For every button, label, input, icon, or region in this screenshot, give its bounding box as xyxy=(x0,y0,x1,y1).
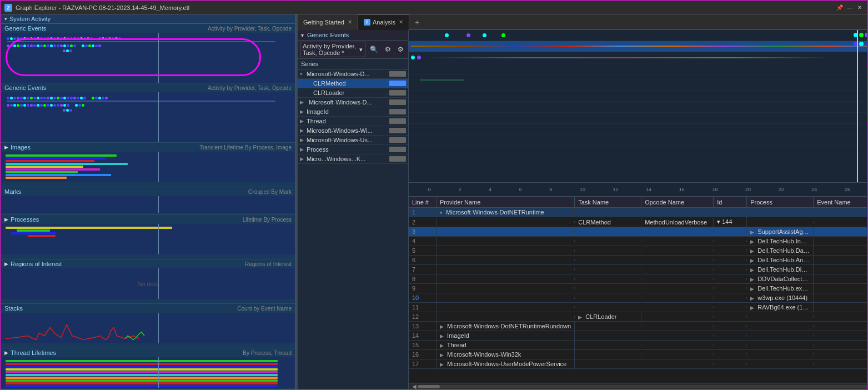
table-row-5[interactable]: 5 ▶ Dell.TechHub.DataMan... xyxy=(409,246,867,256)
th-line-label: Line # xyxy=(412,199,429,206)
table-row-9[interactable]: 9 ▶ Dell.TechHub.exe (5312) xyxy=(409,284,867,293)
tab-getting-started-close[interactable]: ✕ xyxy=(348,19,352,25)
scrollbar-track[interactable] xyxy=(418,385,867,388)
minimize-button[interactable]: — xyxy=(846,4,854,12)
thread-lifetimes-header[interactable]: ▶ Thread Lifetimes By Process, Thread xyxy=(1,348,295,357)
images-header[interactable]: ▶ Images Transient Lifetime By Process, … xyxy=(1,143,295,152)
images-body xyxy=(1,152,295,182)
td-15-eventname xyxy=(814,344,867,346)
table-row-10[interactable]: 10 ▶ w3wp.exe (10444) xyxy=(409,293,867,303)
td-3-opcode xyxy=(641,231,714,233)
th-line[interactable]: Line # xyxy=(409,197,436,207)
table-row-2[interactable]: 2 CLRMethod MethodUnloadVerbose ▾ 144 xyxy=(409,217,867,227)
processes-header[interactable]: ▶ Processes Lifetime By Process xyxy=(1,215,295,224)
scrollbar-thumb[interactable] xyxy=(418,385,440,388)
bottom-scrollbar[interactable]: ◀ ▶ xyxy=(409,383,867,389)
table-row-8[interactable]: 8 ▶ DDVDataCollector.exe... xyxy=(409,274,867,284)
table-row-3[interactable]: 3 ▶ SupportAssistAgent.ex... xyxy=(409,227,867,237)
th-task[interactable]: Task Name xyxy=(575,197,641,207)
stacks-header[interactable]: Stacks Count by Event Name xyxy=(1,304,295,313)
stacks-body xyxy=(1,313,295,343)
stacks-section: Stacks Count by Event Name xyxy=(1,304,295,348)
td-5-process: ▶ Dell.TechHub.DataMan... xyxy=(747,246,814,255)
series-list[interactable]: ▾ Microsoft-Windows-D... CLRMethod CLRLo… xyxy=(298,69,408,389)
images-section: ▶ Images Transient Lifetime By Process, … xyxy=(1,143,295,187)
generic-events-2-header[interactable]: Generic Events Activity by Provider, Tas… xyxy=(1,83,295,92)
td-3-id xyxy=(714,231,747,233)
td-7-opcode xyxy=(641,268,714,271)
table-row-1[interactable]: 1 ▾ Microsoft-Windows-DotNETRuntime xyxy=(409,208,867,217)
x-tick-18: 18 xyxy=(712,187,718,192)
pin-button[interactable]: 📌 xyxy=(836,4,844,12)
tab-analysis[interactable]: 2 Analysis ✕ xyxy=(358,14,409,30)
regions-header[interactable]: ▶ Regions of Interest Regions of Interes… xyxy=(1,259,295,268)
processes-expand: ▶ xyxy=(4,217,8,222)
chart-row-10 xyxy=(409,135,867,146)
series-dropdown[interactable]: Activity by Provider, Task, Opcode * ▾ xyxy=(300,42,365,57)
series-item-ms-win[interactable]: ▶ Microsoft-Windows-Wi... xyxy=(298,126,408,136)
series-item-ms-us[interactable]: ▶ Microsoft-Windows-Us... xyxy=(298,136,408,145)
table-row-16[interactable]: 16 ▶ Microsoft-Windows-Win32k xyxy=(409,350,867,359)
th-id[interactable]: Id xyxy=(714,197,747,207)
td-6-line: 6 xyxy=(409,256,436,264)
series-item-ms-dotnet2[interactable]: ▶ Microsoft-Windows-D... xyxy=(298,98,408,107)
table-row-12[interactable]: 12 ▶ CLRLoader xyxy=(409,312,867,322)
table-row-17[interactable]: 17 ▶ Microsoft-Windows-UserModePowerServ… xyxy=(409,359,867,369)
table-row-11[interactable]: 11 ▶ RAVBg64.exe (15616) xyxy=(409,303,867,312)
series-item-imageid[interactable]: ▶ ImageId xyxy=(298,107,408,117)
series-item-ms-dotnet[interactable]: ▾ Microsoft-Windows-D... xyxy=(298,69,408,79)
tab-add-button[interactable]: + xyxy=(412,18,423,27)
x-tick-2: 2 xyxy=(458,187,461,192)
td-10-process: ▶ w3wp.exe (10444) xyxy=(747,293,814,302)
search-button[interactable]: 🔍 xyxy=(368,44,380,54)
table-row-14[interactable]: 14 ▶ ImageId xyxy=(409,331,867,341)
td-2-provider xyxy=(436,221,575,223)
series-item-clrmethod[interactable]: CLRMethod xyxy=(298,79,408,88)
x-tick-10: 10 xyxy=(580,187,585,192)
table-row-15[interactable]: 15 ▶ Thread xyxy=(409,341,867,350)
series-item-ms-win-k[interactable]: ▶ Micro...Windows...K... xyxy=(298,154,408,164)
settings-button[interactable]: ⚙ xyxy=(395,44,406,54)
td-14-opcode xyxy=(641,334,714,337)
th-provider[interactable]: Provider Name xyxy=(436,197,575,207)
series-item-process[interactable]: ▶ Process xyxy=(298,145,408,154)
chart-yellow-vline xyxy=(857,30,858,182)
scroll-left-btn[interactable]: ◀ xyxy=(411,383,418,389)
series-item-clrloader[interactable]: CLRLoader xyxy=(298,88,408,98)
td-15-opcode xyxy=(641,344,714,346)
th-eventname-label: Event Name xyxy=(817,199,851,206)
th-process[interactable]: Process xyxy=(747,197,814,207)
th-opcode[interactable]: Opcode Name xyxy=(641,197,714,207)
toolbar-collapse-arrow[interactable]: ▾ xyxy=(301,32,304,38)
data-table[interactable]: Line # Provider Name Task Name Opcode Na… xyxy=(409,197,867,383)
table-row-4[interactable]: 4 ▶ Dell.TechHub.Instrume... xyxy=(409,237,867,246)
x-axis: 0 2 4 6 8 10 12 14 16 18 20 xyxy=(409,182,867,196)
td-6-provider xyxy=(436,259,575,261)
td-10-provider xyxy=(436,297,575,299)
marks-header[interactable]: Marks Grouped By Mark xyxy=(1,187,295,196)
chart-rows xyxy=(409,30,867,182)
thread-lifetimes-subtitle: By Process, Thread xyxy=(243,350,292,356)
table-row-7[interactable]: 7 ▶ Dell.TechHub.Diagnost... xyxy=(409,265,867,274)
tab-analysis-close[interactable]: ✕ xyxy=(399,19,403,25)
series-name-ms-win: Microsoft-Windows-Wi... xyxy=(307,127,389,134)
tabs-bar: Getting Started ✕ 2 Analysis ✕ + xyxy=(298,14,867,30)
td-4-line: 4 xyxy=(409,237,436,246)
generic-events-1-header[interactable]: Generic Events Activity by Provider, Tas… xyxy=(1,24,295,33)
marks-section: Marks Grouped By Mark xyxy=(1,187,295,215)
filter-button[interactable]: ⚙ xyxy=(383,44,393,54)
x-tick-0: 0 xyxy=(428,187,431,192)
tab-analysis-icon: 2 xyxy=(364,19,370,26)
left-panel-header[interactable]: ▾ System Activity xyxy=(1,14,295,24)
table-row-6[interactable]: 6 ▶ Dell.TechHub.Analytics... xyxy=(409,256,867,265)
series-name-ms-win-k: Micro...Windows...K... xyxy=(307,156,389,162)
tab-getting-started[interactable]: Getting Started ✕ xyxy=(298,14,358,30)
series-item-thread[interactable]: ▶ Thread xyxy=(298,117,408,126)
processes-section: ▶ Processes Lifetime By Process xyxy=(1,215,295,259)
x-tick-12: 12 xyxy=(613,187,619,192)
close-button[interactable]: ✕ xyxy=(856,4,864,12)
th-eventname[interactable]: Event Name xyxy=(814,197,867,207)
chart-row-11 xyxy=(409,146,867,157)
row-15-expand: ▶ xyxy=(440,343,444,348)
table-row-13[interactable]: 13 ▶ Microsoft-Windows-DotNETRuntimeRund… xyxy=(409,322,867,331)
